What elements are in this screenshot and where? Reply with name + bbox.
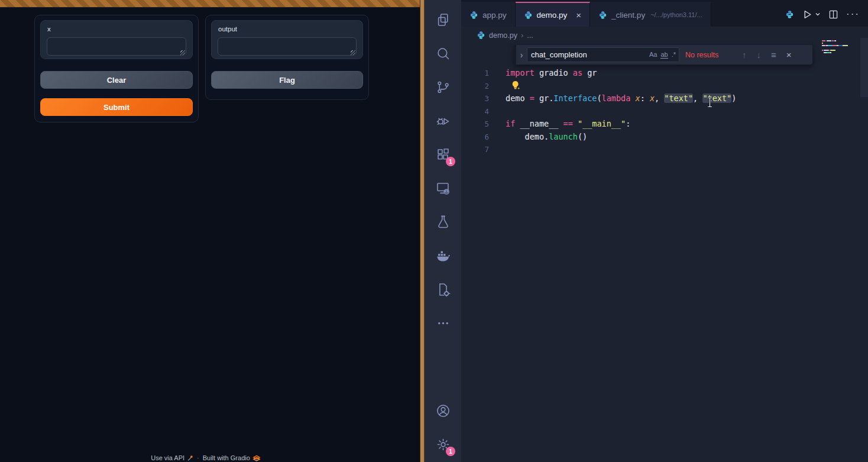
activity-bar: 1 1: [425, 0, 461, 462]
code-token: lambda: [602, 93, 631, 103]
testing-icon[interactable]: [430, 209, 456, 235]
split-editor-button[interactable]: [829, 10, 838, 19]
settings-icon[interactable]: 1: [430, 431, 456, 457]
docker-icon[interactable]: [430, 243, 456, 269]
find-toggle-replace-icon[interactable]: ›: [516, 45, 527, 64]
window-divider[interactable]: [420, 0, 425, 462]
code-token: "__main__": [578, 119, 626, 128]
breadcrumb-file[interactable]: demo.py: [489, 31, 517, 40]
badge: 1: [446, 447, 455, 456]
editor-area: app.py demo.py × _client.py ~/.../python…: [461, 0, 868, 462]
built-with-gradio-link[interactable]: Built with Gradio: [203, 454, 261, 461]
search-icon[interactable]: [430, 40, 456, 66]
find-close-icon[interactable]: ×: [786, 50, 792, 60]
minimap[interactable]: [822, 40, 856, 57]
use-via-api-label: Use via API: [151, 454, 184, 461]
highlighted-token: "text": [664, 93, 693, 103]
more-actions-button[interactable]: ···: [846, 8, 860, 20]
extensions-icon[interactable]: 1: [430, 141, 456, 167]
flag-button[interactable]: Flag: [211, 71, 363, 89]
browser-loading-bar: [0, 0, 420, 8]
code-token: x: [636, 93, 640, 103]
code-token: Interface: [553, 93, 597, 103]
find-input-wrap: Aa ab .*: [527, 47, 679, 62]
tab-close-icon[interactable]: ×: [576, 10, 581, 20]
code-token: ,: [693, 93, 702, 103]
find-in-selection-icon[interactable]: ≡: [771, 50, 776, 60]
code-token: __name__: [515, 119, 563, 128]
code-token: if: [506, 119, 515, 128]
code-action-lightbulb-icon[interactable]: [511, 80, 521, 91]
source-control-icon[interactable]: [430, 74, 456, 100]
code-line[interactable]: 4: [461, 105, 868, 118]
code-token: ): [731, 93, 736, 103]
more-views-icon[interactable]: [430, 310, 456, 336]
remote-explorer-icon[interactable]: [430, 175, 456, 201]
code-token: [573, 119, 578, 128]
code-token: gradio: [535, 68, 573, 77]
tab-client-py[interactable]: _client.py ~/.../python3.11/...: [590, 2, 711, 27]
output-textarea[interactable]: [218, 37, 357, 56]
find-nav: ↑ ↓ ≡ ×: [742, 50, 792, 60]
line-number: 3: [461, 92, 489, 105]
find-input[interactable]: [527, 50, 649, 59]
find-next-icon[interactable]: ↓: [757, 50, 762, 60]
input-textarea[interactable]: [47, 37, 186, 56]
line-number: 5: [461, 118, 489, 131]
gradio-footer: Use via API · Built with Gradio: [0, 454, 412, 462]
match-case-icon[interactable]: Aa: [649, 51, 657, 59]
code-line[interactable]: 5if __name__ == "__main__":: [461, 118, 868, 131]
account-icon[interactable]: [430, 398, 456, 424]
code-line[interactable]: 7: [461, 143, 868, 156]
activity-bar-bottom: 1: [425, 398, 461, 457]
activity-bar-top: 1: [430, 0, 456, 336]
code-token: =: [530, 93, 535, 103]
submit-button[interactable]: Submit: [40, 98, 193, 116]
code-lines[interactable]: 1import gradio as gr23demo = gr.Interfac…: [461, 67, 868, 156]
find-previous-icon[interactable]: ↑: [742, 50, 747, 60]
tab-bar: app.py demo.py × _client.py ~/.../python…: [461, 0, 868, 27]
line-number: 2: [461, 80, 489, 93]
breadcrumb-chevron-icon: ›: [521, 31, 523, 40]
code-token: demo.: [506, 132, 549, 141]
code-token: x: [650, 93, 655, 103]
run-dropdown-icon[interactable]: [815, 11, 821, 17]
use-via-api-link[interactable]: Use via API: [151, 454, 193, 461]
explorer-icon[interactable]: [430, 7, 456, 33]
output-textbox-block: output: [211, 20, 363, 59]
run-debug-icon[interactable]: [430, 108, 456, 134]
breadcrumb[interactable]: demo.py › ...: [461, 27, 868, 44]
breadcrumb-more[interactable]: ...: [527, 31, 533, 40]
code-line[interactable]: 3demo = gr.Interface(lambda x: x, "text"…: [461, 92, 868, 105]
code-token: (: [597, 93, 601, 103]
api-rocket-icon: [187, 455, 193, 461]
find-results-status: No results: [685, 51, 737, 59]
gradio-input-column: x Clear Submit: [34, 15, 199, 122]
minimap-slider[interactable]: [860, 38, 868, 97]
input-label: x: [47, 25, 51, 33]
regex-icon[interactable]: .*: [672, 51, 676, 59]
line-number: 7: [461, 143, 489, 156]
run-button[interactable]: [802, 9, 821, 20]
gradio-logo-icon: [252, 454, 261, 461]
footer-separator: ·: [197, 454, 199, 461]
editor-actions: ···: [780, 2, 864, 27]
tab-demo-py[interactable]: demo.py ×: [516, 2, 591, 27]
code-line[interactable]: 2: [461, 80, 868, 93]
code-token: [630, 93, 635, 103]
output-label: output: [218, 25, 237, 33]
screen: x Clear Submit output Flag Use via API: [0, 0, 868, 462]
line-number: 1: [461, 67, 489, 80]
gradio-app-window: x Clear Submit output Flag Use via API: [0, 0, 420, 462]
code-token: :: [626, 119, 630, 128]
python-file-icon: [598, 11, 607, 20]
code-line[interactable]: 1import gradio as gr: [461, 67, 868, 80]
code-token: ,: [655, 93, 664, 103]
code-token: demo: [506, 93, 530, 103]
clear-button[interactable]: Clear: [40, 71, 193, 89]
code-line[interactable]: 6 demo.launch(): [461, 131, 868, 144]
tab-app-py[interactable]: app.py: [461, 2, 516, 27]
line-number: 4: [461, 105, 489, 118]
whole-word-icon[interactable]: ab: [660, 51, 668, 59]
dev-tools-icon[interactable]: [430, 276, 456, 302]
